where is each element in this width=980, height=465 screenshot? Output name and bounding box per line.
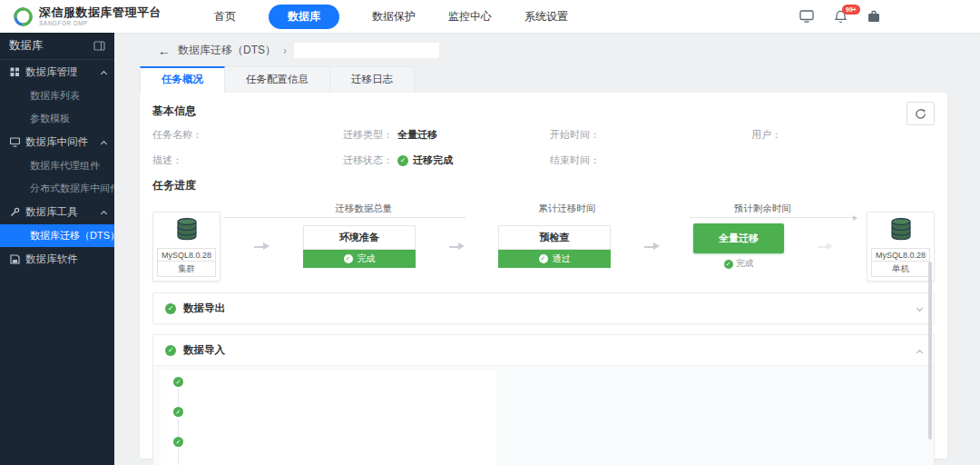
- vertical-scrollbar[interactable]: [928, 262, 932, 440]
- notification-bell-icon[interactable]: 99+: [834, 10, 848, 24]
- chevron-down-icon[interactable]: [916, 304, 923, 311]
- sidebar-group-db-management[interactable]: 数据库管理: [0, 60, 114, 84]
- check-icon: ✓: [165, 303, 176, 314]
- stage-env-prepare: 环境准备 ✓ 完成: [303, 225, 416, 268]
- chevron-up-icon: [101, 210, 107, 216]
- nav-item-home[interactable]: 首页: [214, 5, 236, 28]
- console-icon[interactable]: [799, 10, 814, 23]
- sidebar-item-param-template[interactable]: 参数模板: [0, 107, 114, 130]
- timeline-item: ✓: [173, 377, 183, 407]
- stage-status-text: 完成: [358, 252, 376, 265]
- source-engine-version: MySQL8.0.28: [157, 248, 216, 262]
- check-icon: ✓: [724, 260, 733, 269]
- timeline-item: ✓: [173, 437, 183, 465]
- stage-name: 环境准备: [303, 225, 416, 250]
- tab-task-overview[interactable]: 任务概况: [140, 66, 225, 93]
- source-deploy-mode: 集群: [157, 262, 216, 277]
- logo-icon: [13, 6, 34, 27]
- breadcrumb-title[interactable]: 数据库迁移（DTS）: [178, 43, 276, 58]
- stage-status: ✓ 完成: [693, 258, 784, 270]
- migration-status-label: 迁移状态：: [343, 153, 393, 167]
- sidebar: 数据库 数据库管理 数据库列表 参数模板 数据库中间件 数据库代理组件: [0, 33, 114, 465]
- start-time-label: 开始时间：: [550, 128, 600, 142]
- sidebar-item-db-migration-dts[interactable]: 数据库迁移（DTS）: [0, 224, 114, 247]
- stage-precheck: 预检查 ✓ 通过: [498, 225, 611, 268]
- basic-info-grid: 任务名称： 迁移类型： 全量迁移 开始时间： 用户： 描述：: [152, 128, 935, 167]
- task-progress-title: 任务进度: [152, 178, 935, 193]
- app-subtitle: SANGFOR DMP: [39, 20, 162, 26]
- top-bar: 深信服数据库管理平台 SANGFOR DMP 首页 数据库 数据保护 监控中心 …: [0, 0, 980, 33]
- flow-arrow-icon: [818, 242, 834, 251]
- breadcrumb-separator: ›: [283, 45, 287, 57]
- data-export-panel: ✓ 数据导出: [152, 292, 935, 324]
- sidebar-collapse-icon[interactable]: [93, 41, 105, 51]
- database-icon: [173, 217, 201, 241]
- tab-migration-log[interactable]: 迁移日志: [330, 66, 415, 93]
- notification-badge: 99+: [842, 5, 860, 15]
- data-export-panel-header[interactable]: ✓ 数据导出: [153, 293, 934, 323]
- user-briefcase-icon[interactable]: [867, 10, 880, 23]
- sidebar-item-db-proxy[interactable]: 数据库代理组件: [0, 154, 114, 177]
- stage-name: 全量迁移: [693, 223, 784, 253]
- flow-arrow-icon: [644, 242, 661, 251]
- check-icon: ✓: [344, 254, 353, 263]
- source-database-card: MySQL8.0.28 集群: [152, 212, 220, 282]
- chevron-up-icon: [101, 70, 107, 76]
- chevron-up-icon: [101, 140, 107, 146]
- task-overview-card: 基本信息 任务名称： 迁移类型： 全量迁移 开始时间： 用户：: [140, 93, 947, 459]
- breadcrumb-task-name: [294, 43, 439, 58]
- sidebar-group-label: 数据库工具: [25, 205, 78, 219]
- stage-name: 预检查: [498, 225, 611, 250]
- stage-status-text: 完成: [737, 258, 754, 270]
- end-time-label: 结束时间：: [550, 153, 600, 167]
- sidebar-title: 数据库: [9, 38, 44, 54]
- database-icon: [887, 217, 915, 241]
- refresh-button[interactable]: [906, 102, 935, 125]
- target-engine-version: MySQL8.0.28: [871, 248, 930, 262]
- stage-status-badge: ✓ 通过: [498, 250, 611, 268]
- check-icon: ✓: [173, 437, 183, 447]
- tab-task-config[interactable]: 任务配置信息: [225, 66, 330, 93]
- sidebar-group-label: 数据库软件: [25, 252, 78, 266]
- top-nav: 首页 数据库 数据保护 监控中心 系统设置: [214, 5, 568, 29]
- sidebar-item-distributed-middleware[interactable]: 分布式数据库中间件: [0, 177, 114, 200]
- import-step-timeline: ✓ ✓ ✓ ✓: [173, 377, 183, 465]
- user-label: 用户：: [751, 128, 781, 142]
- status-check-icon: ✓: [397, 155, 408, 166]
- app-logo: 深信服数据库管理平台 SANGFOR DMP: [13, 6, 162, 27]
- nav-item-data-protection[interactable]: 数据保护: [372, 5, 416, 28]
- data-import-panel-header[interactable]: ✓ 数据导入: [153, 335, 934, 365]
- target-deploy-mode: 单机: [871, 262, 930, 277]
- description-label: 描述：: [152, 153, 182, 167]
- sidebar-group-db-tools[interactable]: 数据库工具: [0, 200, 114, 224]
- nav-item-database[interactable]: 数据库: [269, 5, 339, 29]
- migration-flow: 迁移数据总量 累计迁移时间 预计剩余时间 MySQL8.0.28 集群: [152, 203, 935, 282]
- chevron-up-icon[interactable]: [916, 349, 923, 355]
- panel-title: 数据导出: [183, 302, 225, 315]
- sidebar-group-label: 数据库中间件: [25, 135, 88, 149]
- check-icon: ✓: [539, 254, 548, 263]
- check-icon: ✓: [173, 377, 183, 387]
- sidebar-group-db-software[interactable]: 数据库软件: [0, 247, 114, 272]
- check-icon: ✓: [173, 407, 183, 417]
- nav-item-monitoring[interactable]: 监控中心: [448, 5, 492, 28]
- stage-status-text: 通过: [553, 252, 571, 265]
- nav-item-settings[interactable]: 系统设置: [524, 5, 568, 28]
- main-content: ← 数据库迁移（DTS） › 任务概况 任务配置信息 迁移日志 基本信息 任务名…: [114, 33, 980, 465]
- flow-arrow-icon: [254, 242, 270, 251]
- task-name-label: 任务名称：: [152, 128, 202, 142]
- middleware-icon: [10, 137, 20, 147]
- basic-info-title: 基本信息: [152, 104, 935, 119]
- sidebar-group-db-middleware[interactable]: 数据库中间件: [0, 130, 114, 154]
- migration-type-value: 全量迁移: [397, 128, 437, 142]
- grid-icon: [10, 67, 20, 77]
- sidebar-group-label: 数据库管理: [25, 65, 78, 79]
- migration-status-value: 迁移完成: [413, 153, 453, 167]
- panel-title: 数据导入: [183, 343, 225, 357]
- back-arrow-icon[interactable]: ←: [158, 44, 171, 58]
- data-import-panel: ✓ 数据导入 ✓ ✓ ✓: [152, 334, 935, 465]
- flow-arrow-icon: [449, 242, 466, 251]
- tab-bar: 任务概况 任务配置信息 迁移日志: [140, 66, 980, 93]
- check-icon: ✓: [165, 345, 176, 356]
- sidebar-item-db-list[interactable]: 数据库列表: [0, 84, 114, 107]
